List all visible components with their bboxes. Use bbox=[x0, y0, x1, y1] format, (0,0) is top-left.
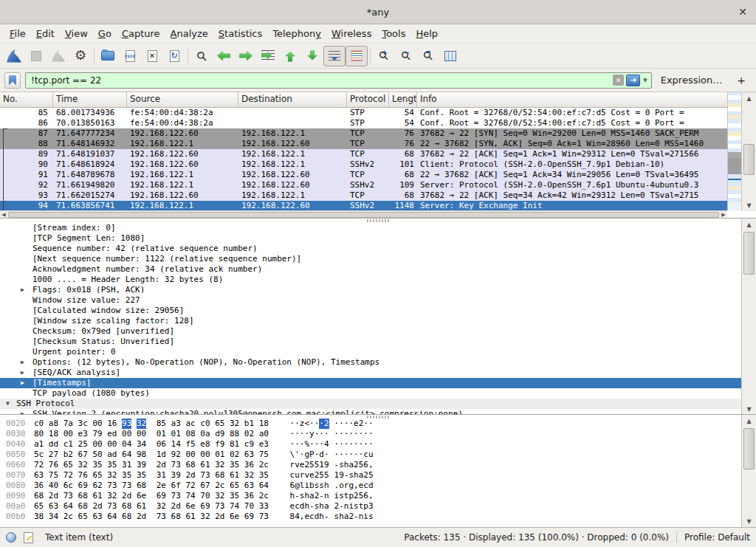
ascii-char[interactable]: 5 bbox=[359, 460, 364, 470]
column-header-info[interactable]: Info bbox=[417, 92, 756, 107]
ascii-char[interactable]: r bbox=[290, 460, 295, 470]
hex-byte[interactable]: 06 bbox=[157, 439, 166, 450]
ascii-char[interactable]: 5 bbox=[368, 470, 374, 481]
hex-byte[interactable]: 64 bbox=[122, 450, 131, 460]
hex-byte[interactable]: 40 bbox=[49, 481, 58, 491]
ascii-char[interactable]: 2 bbox=[348, 512, 354, 522]
ascii-char[interactable]: d bbox=[319, 450, 324, 460]
hex-byte[interactable]: 2d bbox=[157, 460, 166, 470]
hex-byte[interactable]: 50 bbox=[92, 450, 102, 460]
packet-row-86[interactable]: 8670.013850163fe:54:00:d4:38:2aSTP54Conf… bbox=[0, 118, 727, 128]
hex-row[interactable]: 0070637572766532353531392d7368613235curv… bbox=[0, 470, 756, 481]
hex-byte[interactable]: 14 bbox=[171, 439, 181, 450]
hex-byte[interactable]: a0 bbox=[259, 429, 269, 439]
ascii-char[interactable]: , bbox=[368, 491, 374, 501]
pane-splitter-grip[interactable] bbox=[367, 416, 389, 419]
detail-line[interactable]: [Checksum Status: Unverified] bbox=[0, 337, 756, 347]
ascii-char[interactable]: c bbox=[363, 481, 368, 491]
hex-byte[interactable]: 01 bbox=[171, 429, 181, 439]
hex-byte[interactable]: 73 bbox=[63, 491, 73, 501]
hex-byte[interactable]: 00 bbox=[92, 419, 102, 429]
hex-row[interactable]: 006072766532353531392d7368613235362crve2… bbox=[0, 460, 756, 470]
ascii-char[interactable]: g bbox=[304, 450, 309, 460]
hex-byte[interactable]: 6c bbox=[63, 481, 73, 491]
hex-byte[interactable]: 32 bbox=[107, 491, 117, 501]
hex-byte[interactable]: 81 bbox=[230, 439, 239, 450]
hex-byte[interactable]: 63 bbox=[49, 501, 58, 512]
hex-byte[interactable]: 65 bbox=[230, 481, 239, 491]
zoom-out-button[interactable] bbox=[395, 46, 417, 66]
menu-telephony[interactable]: Telephony bbox=[267, 26, 326, 41]
ascii-char[interactable]: · bbox=[295, 419, 300, 429]
ascii-char[interactable]: · bbox=[315, 450, 320, 460]
hex-byte[interactable]: e3 bbox=[78, 429, 88, 439]
ascii-char[interactable]: 6 bbox=[363, 491, 368, 501]
hex-byte[interactable]: 32 bbox=[244, 470, 254, 481]
hex-byte[interactable]: c1 bbox=[63, 439, 73, 450]
hex-byte[interactable]: 5c bbox=[34, 450, 44, 460]
ascii-char[interactable]: · bbox=[339, 450, 344, 460]
ascii-char[interactable]: , bbox=[368, 460, 374, 470]
ascii-char[interactable]: a bbox=[309, 491, 315, 501]
ascii-char[interactable]: · bbox=[295, 429, 300, 439]
ascii-char[interactable]: s bbox=[315, 481, 320, 491]
packet-row-91[interactable]: 9171.648789678192.168.122.1192.168.122.6… bbox=[0, 170, 727, 180]
menu-tools[interactable]: Tools bbox=[377, 26, 410, 41]
ascii-char[interactable]: i bbox=[363, 512, 368, 522]
hex-byte[interactable]: 69 bbox=[157, 491, 166, 501]
ascii-char[interactable]: 5 bbox=[309, 460, 315, 470]
ascii-char[interactable]: r bbox=[300, 470, 305, 481]
hex-byte[interactable]: 65 bbox=[215, 419, 224, 429]
hex-byte[interactable]: 2d bbox=[171, 501, 181, 512]
expander-closed-icon[interactable]: ▶ bbox=[21, 409, 24, 415]
hex-byte[interactable]: 61 bbox=[92, 491, 102, 501]
ascii-char[interactable]: @ bbox=[295, 481, 300, 491]
hex-row[interactable]: 0020c0a87a3c0016933285a3acc06532b118··z<… bbox=[0, 419, 756, 429]
ascii-char[interactable]: h bbox=[339, 512, 344, 522]
column-header-time[interactable]: Time bbox=[53, 92, 127, 107]
hex-byte[interactable]: a8 bbox=[49, 419, 58, 429]
ascii-char[interactable]: e bbox=[304, 512, 309, 522]
hex-byte[interactable]: 68 bbox=[78, 501, 88, 512]
menu-statistics[interactable]: Statistics bbox=[213, 26, 267, 41]
filter-dropdown-caret[interactable]: ▼ bbox=[643, 78, 647, 83]
ascii-char[interactable]: h bbox=[319, 501, 324, 512]
ascii-char[interactable]: · bbox=[339, 439, 344, 450]
find-packet-button[interactable] bbox=[190, 46, 213, 66]
ascii-char[interactable]: - bbox=[334, 460, 340, 470]
ascii-char[interactable]: · bbox=[359, 439, 364, 450]
filter-apply-button[interactable]: ➜ bbox=[626, 75, 640, 86]
hex-byte[interactable]: 61 bbox=[200, 460, 210, 470]
ascii-char[interactable]: · bbox=[319, 429, 324, 439]
ascii-char[interactable]: 2 bbox=[315, 491, 320, 501]
ascii-char[interactable]: a bbox=[359, 470, 364, 481]
hex-byte[interactable]: 00 bbox=[185, 450, 195, 460]
hex-byte[interactable]: ad bbox=[107, 450, 117, 460]
hex-byte[interactable]: 00 bbox=[107, 439, 117, 450]
hex-byte[interactable]: 69 bbox=[200, 501, 210, 512]
filter-value[interactable]: !tcp.port == 22 bbox=[28, 75, 613, 86]
resize-columns-button[interactable] bbox=[439, 46, 461, 66]
hex-byte[interactable]: 2d bbox=[92, 501, 102, 512]
ascii-char[interactable]: e bbox=[300, 460, 305, 470]
ascii-char[interactable]: v bbox=[304, 470, 309, 481]
ascii-char[interactable]: · bbox=[334, 439, 340, 450]
colorize-button[interactable] bbox=[346, 46, 368, 66]
packet-row-94[interactable]: 9471.663856741192.168.122.1192.168.122.6… bbox=[0, 201, 727, 210]
ascii-char[interactable]: 4 bbox=[324, 439, 329, 450]
ascii-char[interactable]: p bbox=[348, 491, 354, 501]
ascii-char[interactable]: 8 bbox=[290, 512, 295, 522]
detail-line[interactable]: ▶Flags: 0x018 (PSH, ACK) bbox=[0, 285, 756, 295]
detail-line[interactable]: Acknowledgment number: 34 (relative ack … bbox=[0, 264, 756, 275]
hex-byte[interactable]: 36 bbox=[244, 460, 254, 470]
ascii-char[interactable]: d bbox=[315, 512, 320, 522]
expression-button[interactable]: Expression… bbox=[656, 73, 727, 87]
hex-byte[interactable]: 70 bbox=[200, 491, 210, 501]
packet-row-92[interactable]: 9271.661949820192.168.122.1192.168.122.6… bbox=[0, 180, 727, 190]
hex-byte[interactable]: 00 bbox=[122, 429, 131, 439]
hex-byte[interactable]: 32 bbox=[200, 512, 210, 522]
ascii-char[interactable]: 2 bbox=[324, 419, 329, 429]
hex-byte[interactable]: 85 bbox=[157, 419, 166, 429]
detail-line[interactable]: Urgent pointer: 0 bbox=[0, 347, 756, 357]
hex-byte[interactable]: f9 bbox=[215, 439, 224, 450]
